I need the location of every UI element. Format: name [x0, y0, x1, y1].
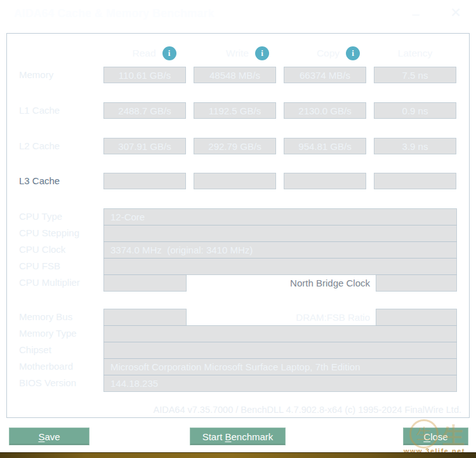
l1-write-value: 1192.5 GB/s	[194, 102, 276, 119]
l1-copy-value: 2130.0 GB/s	[284, 102, 366, 119]
row-label-memory: Memory	[19, 69, 53, 81]
dram-fsb-ratio-label: DRAM:FSB Ratio	[190, 311, 370, 324]
read-header-label: Read	[132, 48, 155, 59]
bios-version-value: 144.18.235	[103, 375, 457, 392]
north-bridge-clock-label: North Bridge Clock	[190, 277, 370, 290]
version-line: AIDA64 v7.35.7000 / BenchDLL 4.7.902.8-x…	[103, 405, 461, 415]
cpu-clock-value: 3374.0 MHz (original: 3410 MHz)	[103, 241, 457, 259]
write-info-icon[interactable]: i	[255, 46, 269, 60]
column-header-latency: Latency	[374, 46, 456, 61]
motherboard-value: Microsoft Corporation Microsoft Surface …	[103, 358, 457, 375]
read-info-icon[interactable]: i	[162, 46, 176, 60]
l3-copy-value	[284, 173, 366, 189]
start-benchmark-button-label: Start Benchmark	[202, 431, 274, 442]
memory-type-value	[103, 325, 457, 342]
cpu-multiplier-label: CPU Multiplier	[19, 276, 80, 289]
save-button-label: Save	[38, 431, 60, 442]
cpu-type-value: 12-Core	[103, 208, 457, 226]
row-label-l2-cache: L2 Cache	[19, 140, 60, 152]
close-window-button[interactable]: ✕	[445, 3, 466, 22]
close-icon: ✕	[450, 5, 461, 20]
l2-latency-value: 3.9 ns	[374, 138, 456, 154]
dram-fsb-ratio-value	[376, 309, 457, 326]
minimize-icon: –	[412, 7, 419, 22]
north-bridge-clock-value	[376, 274, 457, 292]
cpu-clock-label: CPU Clock	[19, 243, 65, 256]
start-benchmark-button[interactable]: Start Benchmark	[190, 428, 286, 445]
memory-latency-value: 7.5 ns	[374, 67, 456, 83]
cpu-fsb-label: CPU FSB	[19, 260, 60, 273]
copy-header-label: Copy	[317, 48, 340, 59]
cpu-type-label: CPU Type	[19, 210, 62, 223]
cpu-stepping-label: CPU Stepping	[19, 227, 79, 239]
cpu-stepping-value	[103, 225, 457, 242]
window-title: AIDA64 Cache & Memory Benchmark	[14, 7, 214, 20]
close-button-label: Close	[423, 431, 447, 442]
save-button[interactable]: Save	[9, 428, 89, 445]
memory-copy-value: 66374 MB/s	[284, 67, 366, 83]
memory-bus-label: Memory Bus	[19, 311, 72, 323]
column-header-copy: Copy i	[297, 46, 380, 61]
column-header-write: Write i	[206, 46, 289, 61]
chipset-label: Chipset	[19, 344, 51, 356]
row-label-l1-cache: L1 Cache	[19, 104, 60, 117]
minimize-button[interactable]: –	[405, 4, 426, 24]
l1-latency-value: 0.9 ns	[374, 102, 456, 119]
l2-read-value: 307.91 GB/s	[103, 138, 186, 154]
memory-write-value: 48548 MB/s	[194, 67, 276, 83]
l2-copy-value: 954.81 GB/s	[284, 138, 366, 154]
cpu-multiplier-value	[103, 274, 187, 292]
copy-info-icon[interactable]: i	[346, 46, 360, 60]
aida64-benchmark-window: { "window": { "title": "AIDA64 Cache & M…	[0, 0, 476, 458]
motherboard-label: Motherboard	[19, 360, 73, 373]
l2-write-value: 292.79 GB/s	[194, 138, 276, 154]
row-label-l3-cache: L3 Cache	[19, 175, 60, 187]
bottom-gold-strip	[0, 452, 476, 458]
bios-version-label: BIOS Version	[19, 377, 76, 389]
l3-write-value	[194, 173, 276, 189]
memory-type-label: Memory Type	[19, 327, 77, 340]
close-button[interactable]: Close	[403, 428, 468, 445]
chipset-value	[103, 342, 457, 359]
write-header-label: Write	[226, 48, 249, 59]
l3-latency-value	[374, 173, 456, 189]
l3-read-value	[103, 173, 186, 189]
l1-read-value: 2488.7 GB/s	[103, 102, 186, 119]
column-header-read: Read i	[113, 46, 195, 61]
latency-header-label: Latency	[398, 48, 432, 59]
memory-bus-value	[103, 309, 187, 326]
cpu-fsb-value	[103, 258, 457, 275]
memory-read-value: 110.61 GB/s	[103, 67, 186, 83]
